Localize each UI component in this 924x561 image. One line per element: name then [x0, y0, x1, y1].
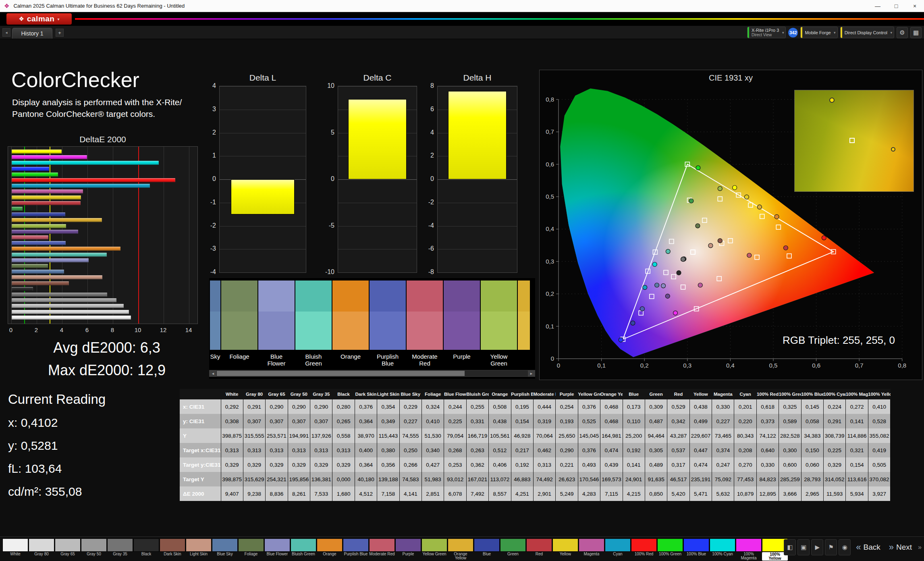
- play-icon[interactable]: ▶: [811, 539, 823, 555]
- patch-bottom-half: [221, 312, 257, 350]
- patch-button[interactable]: Blue Flower: [264, 538, 290, 561]
- patch-button[interactable]: Blue: [474, 538, 500, 561]
- deltae-chart-title: DeltaE 2000: [8, 135, 198, 144]
- patch-button[interactable]: Green: [500, 538, 526, 561]
- flag-icon[interactable]: ⚑: [825, 539, 837, 555]
- tab-history-1[interactable]: History 1: [12, 28, 52, 39]
- table-cell: 91,635: [645, 472, 667, 486]
- table-cell: 253,571: [266, 428, 288, 443]
- settings-gear-icon[interactable]: ⚙: [897, 27, 908, 38]
- meter-selector-button[interactable]: X-Rite i1Pro 3 Direct View ▾: [747, 27, 786, 38]
- workspace-layout-icon[interactable]: ▦: [910, 27, 922, 38]
- scrollbar-thumb[interactable]: [217, 371, 465, 376]
- patch-label-line: Purplish: [370, 353, 406, 360]
- patch-button-label: Magenta: [584, 552, 600, 561]
- patch-button-label: 100% Green: [659, 552, 681, 561]
- colorchecker-data-table: WhiteGray 80Gray 65Gray 50Gray 35BlackDa…: [180, 389, 891, 501]
- table-cell: 0,291: [824, 414, 846, 428]
- deltae-bar: [12, 310, 129, 314]
- svg-text:0,2: 0,2: [640, 362, 649, 369]
- patch-button[interactable]: Gray 80: [29, 538, 54, 561]
- window-titlebar: ❖ Calman 2025 Calman Ultimate for Busine…: [0, 0, 924, 12]
- dl-bar: [231, 179, 295, 214]
- add-tab-button[interactable]: +: [56, 29, 64, 37]
- patch-button[interactable]: Black: [133, 538, 159, 561]
- camera-icon[interactable]: ▣: [797, 539, 810, 555]
- color-patch-label: BluishGreen: [295, 353, 332, 368]
- table-cell: 0,192: [511, 457, 533, 472]
- table-cell: 0,373: [756, 414, 779, 428]
- patch-button[interactable]: Moderate Red: [369, 538, 395, 561]
- table-cell: 166,719: [466, 428, 488, 443]
- patch-button[interactable]: White: [2, 538, 28, 561]
- record-icon[interactable]: ◉: [839, 539, 851, 555]
- calman-menu-button[interactable]: ❖ calman ▾: [6, 13, 72, 25]
- scroll-right-arrow-icon[interactable]: ►: [528, 370, 535, 376]
- source-selector-button[interactable]: Mobile Forge ▾: [800, 27, 837, 38]
- patch-label-line: Foliage: [221, 353, 257, 360]
- patch-button[interactable]: Yellow Green: [422, 538, 447, 561]
- patch-button[interactable]: Cyan: [605, 538, 631, 561]
- maximize-button[interactable]: □: [887, 0, 905, 12]
- inset-measured-point-2: [891, 147, 895, 152]
- close-button[interactable]: ×: [905, 0, 924, 12]
- color-patch-label: Sky: [210, 353, 220, 368]
- patch-button[interactable]: Gray 50: [81, 538, 107, 561]
- patch-button[interactable]: Red: [526, 538, 552, 561]
- patch-color: [238, 538, 264, 552]
- delta-axis-label: -4: [202, 268, 216, 276]
- patch-button[interactable]: Yellow: [552, 538, 578, 561]
- svg-text:0,7: 0,7: [855, 362, 864, 369]
- patch-button[interactable]: Gray 35: [107, 538, 133, 561]
- delta-axis-label: 4: [202, 82, 216, 89]
- patch-button[interactable]: Purple: [395, 538, 421, 561]
- minimize-button[interactable]: —: [868, 0, 887, 12]
- table-col-header: Light Skin: [377, 389, 399, 399]
- scroll-left-arrow-icon[interactable]: ◄: [210, 370, 216, 376]
- back-button[interactable]: « Back: [853, 539, 884, 555]
- inset-target-marker: [849, 138, 855, 143]
- patch-button[interactable]: Magenta: [579, 538, 604, 561]
- patch-button[interactable]: Foliage: [238, 538, 264, 561]
- patch-button[interactable]: 100% Magenta: [736, 538, 762, 561]
- bottom-icon-row: ◧▣▶⚑◉: [784, 539, 851, 555]
- patch-button[interactable]: Orange: [317, 538, 343, 561]
- patch-button[interactable]: 100% Blue: [683, 538, 709, 561]
- table-cell: 0,195: [511, 399, 533, 414]
- table-cell: 0,280: [332, 399, 355, 414]
- overflow-chevron-icon[interactable]: »: [917, 544, 922, 551]
- patch-button[interactable]: Purplish Blue: [343, 538, 369, 561]
- tab-scroll-button[interactable]: ◂: [2, 28, 10, 37]
- deltae-gridline: [62, 147, 62, 324]
- patch-button[interactable]: Bluish Green: [291, 538, 316, 561]
- table-cell: 0,329: [221, 457, 243, 472]
- table-cell: 0,217: [511, 443, 533, 457]
- patch-label-line: Red: [407, 360, 443, 367]
- patch-button[interactable]: 100% Cyan: [710, 538, 735, 561]
- delta-gridline: [338, 179, 417, 180]
- patch-button[interactable]: Blue Sky: [212, 538, 238, 561]
- patch-button[interactable]: Dark Skin: [160, 538, 185, 561]
- table-cell: 4,512: [355, 486, 377, 501]
- table-cell: 0,438: [489, 414, 511, 428]
- calman-diamond-icon: ❖: [19, 15, 24, 23]
- display-control-button[interactable]: Direct Display Control ▾: [840, 27, 894, 38]
- cie-diagram-title: CIE 1931 xy: [540, 73, 922, 83]
- patch-button[interactable]: Gray 65: [55, 538, 81, 561]
- patch-button[interactable]: 100% Green: [657, 538, 683, 561]
- patch-strip-scrollbar[interactable]: ◄ ►: [209, 370, 535, 377]
- patch-button[interactable]: Orange Yellow: [448, 538, 473, 561]
- table-cell: 0,406: [489, 457, 511, 472]
- deltae-bar: [12, 172, 58, 177]
- patch-button[interactable]: Light Skin: [186, 538, 212, 561]
- patch-color: [526, 538, 552, 552]
- next-button[interactable]: » Next: [886, 539, 915, 555]
- table-col-header: Yellow: [689, 389, 712, 399]
- table-cell: 73,465: [712, 428, 734, 443]
- deltae-bar: [12, 287, 33, 291]
- patch-top-half: [295, 280, 332, 312]
- table-cell: 0,462: [533, 443, 555, 457]
- gauge-icon[interactable]: ◧: [784, 539, 796, 555]
- color-patch-swatch: [407, 280, 443, 350]
- patch-button[interactable]: 100% Red: [631, 538, 657, 561]
